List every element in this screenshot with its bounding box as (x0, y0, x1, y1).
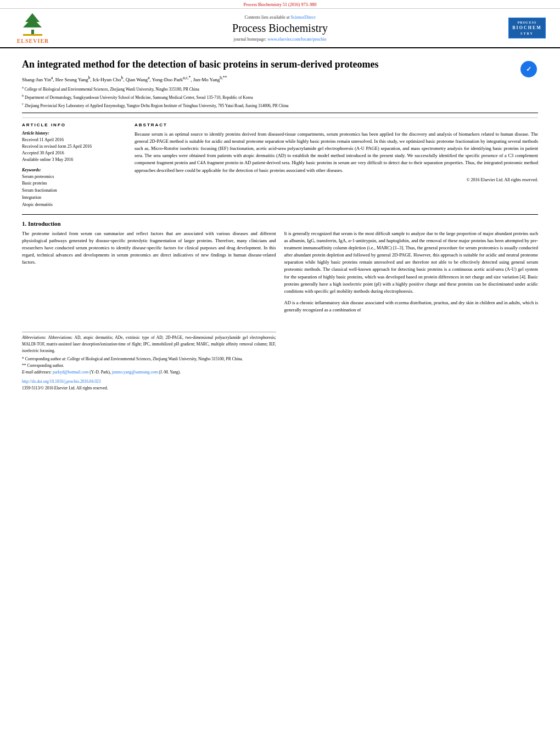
received-date: Received 11 April 2016 (22, 137, 126, 143)
journal-header: ELSEVIER Contents lists available at Sci… (0, 9, 560, 48)
issn-text: 1359-5113/© 2016 Elsevier Ltd. All right… (22, 385, 276, 392)
article-title-text: An integrated method for the detection o… (22, 58, 513, 109)
intro-left-para: The proteome isolated from serum can sum… (22, 230, 276, 266)
author-6: Jun-Mo Yangb,** (193, 77, 227, 82)
author-4: Qian Wanga (126, 77, 150, 82)
author-5: Yong-Doo Parka,c,* (152, 77, 191, 82)
journal-top-bar: Process Biochemistry 51 (2016) 973–980 (0, 0, 560, 9)
author-2-sup: b (88, 75, 91, 80)
journal-header-center: Contents lists available at ScienceDirec… (60, 15, 500, 42)
author-6-sup: b,** (220, 75, 227, 80)
logo-process-text: PROCESS (512, 20, 542, 25)
keyword-5: Atopic dermatitis (22, 202, 126, 209)
abbreviations-label: Abbreviations: (22, 335, 46, 340)
journal-logo-box: PROCESS BIOCHEM STRY (508, 18, 546, 38)
abstract-col: ABSTRACT Because serum is an optimal sou… (135, 122, 538, 209)
affil-b: b Department of Dermatology, Sungkyunkwa… (22, 93, 513, 101)
corresponding1-footnote: * Corresponding author at: College of Bi… (22, 356, 276, 362)
article-info-col: ARTICLE INFO Article history: Received 1… (22, 122, 126, 209)
author-3-sup: b (121, 75, 124, 80)
elsevier-logo: ELSEVIER (17, 12, 49, 44)
intro-right-para1: It is generally recognized that serum is… (284, 230, 539, 295)
main-content: An integrated method for the detection o… (0, 48, 560, 395)
accepted-date: Accepted 30 April 2016 (22, 150, 126, 157)
affil-a: a College of Biological and Environmenta… (22, 85, 513, 92)
keyword-2: Basic proteins (22, 180, 126, 187)
svg-rect-3 (23, 34, 42, 36)
logo-stry-text: STRY (512, 31, 542, 36)
article-info-header: ARTICLE INFO (22, 122, 126, 127)
logo-biochem-text: BIOCHEM (512, 25, 542, 31)
affil-c-sup: c (22, 102, 24, 105)
intro-two-col: The proteome isolated from serum can sum… (22, 230, 538, 392)
available-date: Available online 3 May 2016 (22, 157, 126, 163)
contents-line: Contents lists available at ScienceDirec… (60, 15, 500, 20)
footnotes-section: Abbreviations: Abbreviations: AD, atopic… (22, 332, 276, 391)
keyword-4: Integration (22, 194, 126, 202)
corresponding2-footnote: ** Corresponding author. (22, 362, 276, 369)
doi-section: http://dx.doi.org/10.1016/j.procbio.2016… (22, 378, 276, 391)
article-title-section: An integrated method for the detection o… (22, 53, 538, 113)
affil-c: c Zhejiang Provincial Key Laboratory of … (22, 101, 513, 109)
section-divider (22, 214, 538, 215)
affil-b-sup: b (22, 93, 24, 97)
elsevier-tree-icon (18, 12, 48, 37)
doi-url[interactable]: http://dx.doi.org/10.1016/j.procbio.2016… (22, 378, 276, 385)
article-main-title: An integrated method for the detection o… (22, 58, 513, 71)
email1-link[interactable]: parkyd@hotmail.com (53, 370, 88, 375)
author-2: Hee Seung Yangb (55, 77, 91, 82)
crossmark-icon: ✓ (520, 61, 537, 77)
elsevier-label: ELSEVIER (17, 38, 49, 44)
homepage-line: journal homepage: www.elsevier.com/locat… (60, 37, 500, 42)
svg-marker-2 (23, 18, 42, 27)
affil-a-sup: a (22, 85, 24, 89)
author-3: Ick-Hyun Chob (93, 77, 124, 82)
author-4-sup: a (148, 75, 149, 80)
homepage-url[interactable]: www.elsevier.com/locate/procbio (267, 37, 326, 42)
keywords-section: Keywords: Serum proteomics Basic protein… (22, 168, 126, 209)
copyright-line: © 2016 Elsevier Ltd. All rights reserved… (135, 177, 538, 182)
keyword-1: Serum proteomics (22, 174, 126, 181)
keywords-title: Keywords: (22, 168, 126, 172)
author-5-sup: a,c,* (183, 75, 191, 80)
article-info-abstract-section: ARTICLE INFO Article history: Received 1… (22, 118, 538, 209)
crossmark-badge: ✓ (519, 58, 538, 77)
author-1-sup: a (51, 75, 53, 80)
intro-section-title: 1. Introduction (22, 220, 538, 227)
intro-right-para2: AD is a chronic inflammatory skin diseas… (284, 299, 539, 314)
abbreviations-footnote: Abbreviations: Abbreviations: AD, atopic… (22, 334, 276, 354)
revised-date: Received in revised form 25 April 2016 (22, 143, 126, 150)
journal-title: Process Biochemistry (60, 22, 500, 35)
email2-link[interactable]: junmo.yang@samsung.com (112, 370, 158, 375)
journal-ref: Process Biochemistry 51 (2016) 973–980 (244, 2, 317, 7)
abstract-text: Because serum is an optimal source to id… (135, 131, 538, 174)
intro-right-col: It is generally recognized that serum is… (284, 230, 539, 392)
author-1: Shang-Jun Yina (22, 77, 53, 82)
intro-left-col: The proteome isolated from serum can sum… (22, 230, 276, 392)
abstract-header: ABSTRACT (135, 122, 538, 127)
authors-line: Shang-Jun Yina, Hee Seung Yangb, Ick-Hyu… (22, 75, 513, 82)
journal-logo-section: PROCESS BIOCHEM STRY (500, 18, 555, 38)
elsevier-logo-section: ELSEVIER (5, 12, 60, 44)
introduction-section: 1. Introduction The proteome isolated fr… (22, 220, 538, 392)
article-history: Article history: Received 11 April 2016 … (22, 131, 126, 163)
email-footnote: E-mail addresses: parkyd@hotmail.com (Y.… (22, 369, 276, 376)
affiliations: a College of Biological and Environmenta… (22, 85, 513, 108)
keyword-3: Serum fractionation (22, 187, 126, 194)
history-title: Article history: (22, 131, 126, 136)
sciencedirect-link[interactable]: ScienceDirect (291, 15, 316, 20)
